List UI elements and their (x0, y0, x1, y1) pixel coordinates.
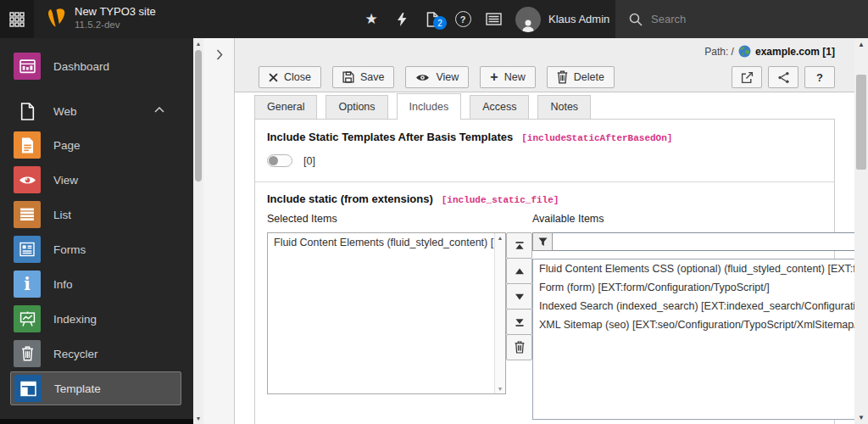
sidebar-item-forms[interactable]: Forms (7, 232, 186, 266)
available-items-listbox[interactable]: Fluid Content Elements CSS (optional) (f… (532, 259, 868, 420)
modules-menu-button[interactable] (0, 0, 34, 38)
selected-listbox-scrollbar[interactable]: ▲ ▼ (494, 233, 505, 393)
available-items-column: Available Items Fluid Content Elements C… (532, 213, 868, 420)
chevron-right-icon (216, 49, 223, 60)
trash-icon (515, 341, 525, 354)
docheader-buttons: Close Save (259, 66, 615, 88)
save-button[interactable]: Save (332, 66, 395, 88)
move-to-bottom-button[interactable] (506, 309, 532, 335)
sidebar-item-label: Template (54, 382, 101, 395)
tab-includes[interactable]: Includes (397, 93, 462, 120)
dashboard-icon (14, 53, 41, 80)
list-item[interactable]: Indexed Search (indexed_search) [EXT:ind… (533, 297, 868, 315)
tab-general[interactable]: General (254, 95, 317, 119)
sidebar-item-page[interactable]: Page (7, 128, 186, 162)
toggle-switch[interactable] (267, 154, 292, 167)
help-button[interactable]: ? (804, 66, 835, 88)
path-label: Path: / (704, 46, 734, 58)
close-icon (269, 73, 278, 82)
systeminfo-button[interactable] (478, 0, 509, 38)
sidebar-item-list[interactable]: List (7, 198, 186, 232)
topbar-search (615, 0, 868, 38)
forms-icon (14, 236, 41, 263)
scroll-up-arrow-icon[interactable]: ▲ (495, 235, 505, 241)
expand-pagetree-button[interactable] (212, 47, 227, 62)
search-input[interactable] (651, 13, 821, 25)
sidebar-item-view[interactable]: View (7, 163, 186, 197)
sidebar-item-indexing[interactable]: Indexing (7, 302, 186, 336)
share-button[interactable] (768, 66, 798, 88)
multiselect-columns: Selected Items Fluid Content Elements (f… (267, 213, 822, 420)
sidebar-item-dashboard[interactable]: Dashboard (7, 49, 186, 83)
filter-row (532, 232, 868, 251)
list-item[interactable]: Fluid Content Elements CSS (optional) (f… (533, 259, 868, 278)
open-documents-button[interactable]: 2 (417, 0, 448, 38)
delete-button[interactable]: Delete (547, 66, 615, 88)
star-icon: ★ (364, 10, 377, 28)
site-version: 11.5.2-dev (75, 19, 156, 31)
tab-notes[interactable]: Notes (537, 95, 591, 119)
scrollbar-thumb[interactable] (856, 75, 866, 170)
move-buttons-column (506, 213, 532, 420)
clear-cache-button[interactable] (387, 0, 417, 38)
field-code-label: [include_static_file] (442, 195, 559, 205)
sidebar-bottom-strip (0, 419, 193, 424)
scroll-down-arrow-icon[interactable]: ▼ (193, 416, 203, 421)
content-scrollbar[interactable]: ▲ ▼ (854, 38, 868, 424)
tab-access[interactable]: Access (470, 95, 529, 119)
new-button[interactable]: + New (480, 66, 535, 88)
list-icon (486, 13, 502, 25)
sidebar-item-template[interactable]: Template (10, 371, 181, 405)
list-rows-icon (14, 201, 41, 228)
topbar: New TYPO3 site 11.5.2-dev ★ 2 (0, 0, 868, 38)
view-button[interactable]: View (405, 66, 469, 88)
scrollbar-thumb[interactable] (195, 50, 202, 181)
help-menu-button[interactable]: ? (448, 0, 478, 38)
web-icon (14, 98, 41, 125)
module-menu-scrollbar[interactable]: ▲ ▼ (193, 38, 203, 424)
filter-button[interactable] (532, 232, 553, 251)
list-item[interactable]: Fluid Content Elements (fluid_styled_con… (268, 233, 505, 252)
template-icon (14, 375, 42, 402)
sidebar-item-label: List (53, 209, 71, 221)
close-button[interactable]: Close (259, 66, 321, 88)
scroll-up-arrow-icon[interactable]: ▲ (193, 41, 203, 47)
sidebar-item-label: Dashboard (53, 60, 109, 73)
sidebar-item-info[interactable]: i Info (7, 267, 186, 301)
eye-icon (415, 73, 430, 82)
move-up-button[interactable] (506, 258, 532, 284)
remove-item-button[interactable] (506, 334, 532, 360)
move-down-button[interactable] (506, 283, 532, 310)
sidebar-group-web[interactable]: Web (7, 94, 186, 128)
indexing-icon (14, 305, 41, 332)
field-include-static-after: Include Static Templates After Basis Tem… (255, 120, 834, 182)
scroll-down-arrow-icon[interactable]: ▼ (854, 414, 868, 421)
chevron-up-icon (154, 107, 164, 113)
tab-options[interactable]: Options (326, 95, 387, 119)
sidebar-item-label: Info (53, 278, 73, 291)
docheader-meta-buttons: ? (732, 66, 835, 88)
move-to-top-button[interactable] (506, 232, 532, 259)
page-icon (14, 131, 41, 159)
external-link-icon (741, 71, 754, 84)
bookmarks-button[interactable]: ★ (356, 0, 387, 38)
move-top-icon (515, 242, 525, 250)
docheader: Path: / example.com [1] Close (235, 38, 854, 92)
scroll-down-arrow-icon[interactable]: ▼ (495, 386, 505, 392)
selected-items-listbox[interactable]: Fluid Content Elements (fluid_styled_con… (267, 232, 506, 394)
list-item[interactable]: Form (form) [EXT:form/Configuration/Typo… (533, 278, 868, 297)
scroll-up-arrow-icon[interactable]: ▲ (854, 41, 868, 48)
user-menu-button[interactable]: Klaus Admin (509, 0, 621, 38)
form-tabs: General Options Includes Access Notes (254, 94, 835, 120)
open-in-new-window-button[interactable] (732, 66, 762, 88)
field-title: Include Static Templates After Basis Tem… (267, 131, 513, 143)
share-icon (777, 71, 790, 84)
sidebar-item-label: View (53, 174, 78, 187)
selected-items-column: Selected Items Fluid Content Elements (f… (267, 213, 506, 420)
filter-input[interactable] (553, 232, 868, 251)
sidebar-item-recycler[interactable]: Recycler (7, 337, 186, 371)
site-name: New TYPO3 site (75, 5, 156, 19)
selected-items-label: Selected Items (267, 213, 506, 227)
list-item[interactable]: XML Sitemap (seo) [EXT:seo/Configuration… (533, 315, 868, 334)
breadcrumb: Path: / example.com [1] (704, 45, 835, 58)
